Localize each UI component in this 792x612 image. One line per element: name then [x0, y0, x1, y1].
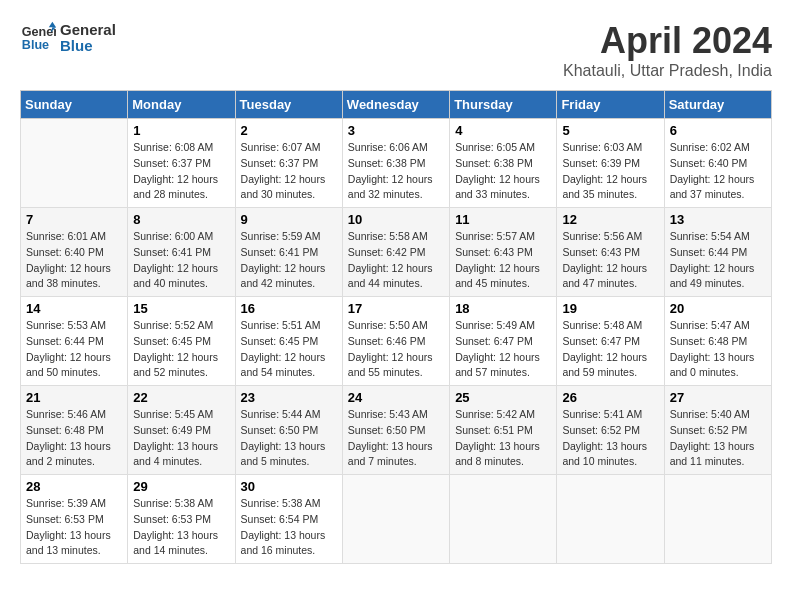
- calendar-cell: 20Sunrise: 5:47 AM Sunset: 6:48 PM Dayli…: [664, 297, 771, 386]
- day-number: 6: [670, 123, 766, 138]
- day-detail: Sunrise: 6:06 AM Sunset: 6:38 PM Dayligh…: [348, 140, 444, 203]
- calendar-week-row: 14Sunrise: 5:53 AM Sunset: 6:44 PM Dayli…: [21, 297, 772, 386]
- page-header: General Blue General Blue April 2024 Kha…: [20, 20, 772, 80]
- day-number: 30: [241, 479, 337, 494]
- day-number: 10: [348, 212, 444, 227]
- calendar-cell: 3Sunrise: 6:06 AM Sunset: 6:38 PM Daylig…: [342, 119, 449, 208]
- calendar-cell: 19Sunrise: 5:48 AM Sunset: 6:47 PM Dayli…: [557, 297, 664, 386]
- logo: General Blue General Blue: [20, 20, 116, 56]
- day-detail: Sunrise: 5:41 AM Sunset: 6:52 PM Dayligh…: [562, 407, 658, 470]
- day-number: 17: [348, 301, 444, 316]
- day-detail: Sunrise: 6:08 AM Sunset: 6:37 PM Dayligh…: [133, 140, 229, 203]
- calendar-cell: [664, 475, 771, 564]
- day-number: 5: [562, 123, 658, 138]
- day-detail: Sunrise: 5:49 AM Sunset: 6:47 PM Dayligh…: [455, 318, 551, 381]
- calendar-cell: 28Sunrise: 5:39 AM Sunset: 6:53 PM Dayli…: [21, 475, 128, 564]
- day-detail: Sunrise: 6:07 AM Sunset: 6:37 PM Dayligh…: [241, 140, 337, 203]
- day-number: 3: [348, 123, 444, 138]
- day-number: 1: [133, 123, 229, 138]
- weekday-header-sunday: Sunday: [21, 91, 128, 119]
- day-detail: Sunrise: 5:47 AM Sunset: 6:48 PM Dayligh…: [670, 318, 766, 381]
- calendar-cell: 25Sunrise: 5:42 AM Sunset: 6:51 PM Dayli…: [450, 386, 557, 475]
- calendar-cell: 18Sunrise: 5:49 AM Sunset: 6:47 PM Dayli…: [450, 297, 557, 386]
- day-number: 21: [26, 390, 122, 405]
- day-number: 11: [455, 212, 551, 227]
- calendar-cell: 27Sunrise: 5:40 AM Sunset: 6:52 PM Dayli…: [664, 386, 771, 475]
- day-number: 15: [133, 301, 229, 316]
- weekday-header-tuesday: Tuesday: [235, 91, 342, 119]
- day-number: 27: [670, 390, 766, 405]
- weekday-header-thursday: Thursday: [450, 91, 557, 119]
- calendar-cell: 1Sunrise: 6:08 AM Sunset: 6:37 PM Daylig…: [128, 119, 235, 208]
- day-detail: Sunrise: 6:03 AM Sunset: 6:39 PM Dayligh…: [562, 140, 658, 203]
- day-number: 8: [133, 212, 229, 227]
- calendar-cell: 6Sunrise: 6:02 AM Sunset: 6:40 PM Daylig…: [664, 119, 771, 208]
- day-detail: Sunrise: 5:57 AM Sunset: 6:43 PM Dayligh…: [455, 229, 551, 292]
- weekday-header-wednesday: Wednesday: [342, 91, 449, 119]
- day-number: 18: [455, 301, 551, 316]
- day-detail: Sunrise: 5:58 AM Sunset: 6:42 PM Dayligh…: [348, 229, 444, 292]
- calendar-week-row: 21Sunrise: 5:46 AM Sunset: 6:48 PM Dayli…: [21, 386, 772, 475]
- calendar-week-row: 28Sunrise: 5:39 AM Sunset: 6:53 PM Dayli…: [21, 475, 772, 564]
- day-number: 9: [241, 212, 337, 227]
- logo-icon: General Blue: [20, 20, 56, 56]
- day-number: 24: [348, 390, 444, 405]
- calendar-cell: 14Sunrise: 5:53 AM Sunset: 6:44 PM Dayli…: [21, 297, 128, 386]
- day-number: 7: [26, 212, 122, 227]
- calendar-cell: 8Sunrise: 6:00 AM Sunset: 6:41 PM Daylig…: [128, 208, 235, 297]
- day-number: 16: [241, 301, 337, 316]
- day-detail: Sunrise: 5:42 AM Sunset: 6:51 PM Dayligh…: [455, 407, 551, 470]
- calendar-cell: 26Sunrise: 5:41 AM Sunset: 6:52 PM Dayli…: [557, 386, 664, 475]
- calendar-cell: [450, 475, 557, 564]
- day-number: 28: [26, 479, 122, 494]
- calendar-cell: 22Sunrise: 5:45 AM Sunset: 6:49 PM Dayli…: [128, 386, 235, 475]
- calendar-cell: 2Sunrise: 6:07 AM Sunset: 6:37 PM Daylig…: [235, 119, 342, 208]
- calendar-week-row: 7Sunrise: 6:01 AM Sunset: 6:40 PM Daylig…: [21, 208, 772, 297]
- day-number: 23: [241, 390, 337, 405]
- day-detail: Sunrise: 5:38 AM Sunset: 6:54 PM Dayligh…: [241, 496, 337, 559]
- svg-text:Blue: Blue: [22, 38, 49, 52]
- day-detail: Sunrise: 5:54 AM Sunset: 6:44 PM Dayligh…: [670, 229, 766, 292]
- calendar-cell: 5Sunrise: 6:03 AM Sunset: 6:39 PM Daylig…: [557, 119, 664, 208]
- calendar-cell: 12Sunrise: 5:56 AM Sunset: 6:43 PM Dayli…: [557, 208, 664, 297]
- day-detail: Sunrise: 5:44 AM Sunset: 6:50 PM Dayligh…: [241, 407, 337, 470]
- calendar-cell: 15Sunrise: 5:52 AM Sunset: 6:45 PM Dayli…: [128, 297, 235, 386]
- day-detail: Sunrise: 5:45 AM Sunset: 6:49 PM Dayligh…: [133, 407, 229, 470]
- calendar-cell: 13Sunrise: 5:54 AM Sunset: 6:44 PM Dayli…: [664, 208, 771, 297]
- day-detail: Sunrise: 5:40 AM Sunset: 6:52 PM Dayligh…: [670, 407, 766, 470]
- calendar-cell: 16Sunrise: 5:51 AM Sunset: 6:45 PM Dayli…: [235, 297, 342, 386]
- day-detail: Sunrise: 5:56 AM Sunset: 6:43 PM Dayligh…: [562, 229, 658, 292]
- day-detail: Sunrise: 5:51 AM Sunset: 6:45 PM Dayligh…: [241, 318, 337, 381]
- calendar-cell: 24Sunrise: 5:43 AM Sunset: 6:50 PM Dayli…: [342, 386, 449, 475]
- day-number: 14: [26, 301, 122, 316]
- day-number: 12: [562, 212, 658, 227]
- calendar-cell: [342, 475, 449, 564]
- day-number: 26: [562, 390, 658, 405]
- day-detail: Sunrise: 5:39 AM Sunset: 6:53 PM Dayligh…: [26, 496, 122, 559]
- calendar-cell: 10Sunrise: 5:58 AM Sunset: 6:42 PM Dayli…: [342, 208, 449, 297]
- day-number: 25: [455, 390, 551, 405]
- calendar-week-row: 1Sunrise: 6:08 AM Sunset: 6:37 PM Daylig…: [21, 119, 772, 208]
- calendar-cell: 30Sunrise: 5:38 AM Sunset: 6:54 PM Dayli…: [235, 475, 342, 564]
- day-detail: Sunrise: 5:59 AM Sunset: 6:41 PM Dayligh…: [241, 229, 337, 292]
- calendar-cell: 4Sunrise: 6:05 AM Sunset: 6:38 PM Daylig…: [450, 119, 557, 208]
- weekday-header-monday: Monday: [128, 91, 235, 119]
- logo-text-general: General: [60, 22, 116, 39]
- calendar-table: SundayMondayTuesdayWednesdayThursdayFrid…: [20, 90, 772, 564]
- day-number: 22: [133, 390, 229, 405]
- day-detail: Sunrise: 5:52 AM Sunset: 6:45 PM Dayligh…: [133, 318, 229, 381]
- day-number: 4: [455, 123, 551, 138]
- page-subtitle: Khatauli, Uttar Pradesh, India: [563, 62, 772, 80]
- day-detail: Sunrise: 5:46 AM Sunset: 6:48 PM Dayligh…: [26, 407, 122, 470]
- weekday-header-row: SundayMondayTuesdayWednesdayThursdayFrid…: [21, 91, 772, 119]
- weekday-header-friday: Friday: [557, 91, 664, 119]
- logo-text-blue: Blue: [60, 38, 116, 55]
- day-detail: Sunrise: 6:00 AM Sunset: 6:41 PM Dayligh…: [133, 229, 229, 292]
- title-block: April 2024 Khatauli, Uttar Pradesh, Indi…: [563, 20, 772, 80]
- day-detail: Sunrise: 6:02 AM Sunset: 6:40 PM Dayligh…: [670, 140, 766, 203]
- day-detail: Sunrise: 5:48 AM Sunset: 6:47 PM Dayligh…: [562, 318, 658, 381]
- day-number: 20: [670, 301, 766, 316]
- day-detail: Sunrise: 5:53 AM Sunset: 6:44 PM Dayligh…: [26, 318, 122, 381]
- calendar-cell: 29Sunrise: 5:38 AM Sunset: 6:53 PM Dayli…: [128, 475, 235, 564]
- day-number: 13: [670, 212, 766, 227]
